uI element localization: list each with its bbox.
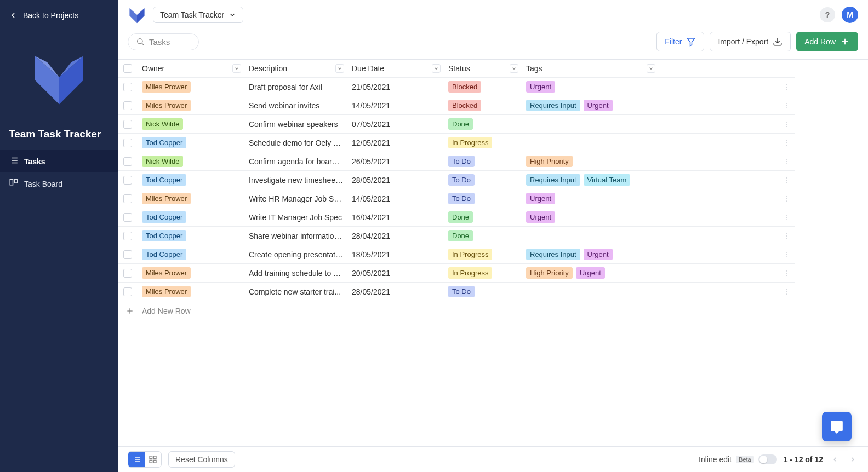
table-row[interactable]: Miles ProwerSend webinar invites14/05/20… xyxy=(118,96,795,115)
row-checkbox[interactable] xyxy=(118,228,138,244)
cell-owner[interactable]: Nick Wilde xyxy=(138,115,244,133)
row-checkbox[interactable] xyxy=(118,117,138,132)
chevron-down-icon[interactable] xyxy=(432,64,441,73)
cell-due-date[interactable]: 07/05/2021 xyxy=(347,117,444,132)
cell-owner[interactable]: Tod Copper xyxy=(138,134,244,152)
row-menu-button[interactable] xyxy=(778,99,795,113)
cell-due-date[interactable]: 20/05/2021 xyxy=(347,266,444,281)
cell-owner[interactable]: Miles Prower xyxy=(138,264,244,282)
search-box[interactable] xyxy=(128,33,199,50)
column-header-owner[interactable]: Owner xyxy=(138,61,244,76)
table-row[interactable]: Tod CopperShare webinar information...28… xyxy=(118,227,795,245)
cell-tags[interactable] xyxy=(522,233,659,239)
table-row[interactable]: Miles ProwerWrite HR Manager Job Spec14/… xyxy=(118,189,795,208)
cell-tags[interactable]: High Priority Urgent xyxy=(522,264,659,282)
column-header-tags[interactable]: Tags xyxy=(522,61,659,76)
add-new-row-line[interactable]: Add New Row xyxy=(118,301,795,321)
cell-description[interactable]: Confirm webinar speakers xyxy=(244,117,347,132)
cell-owner[interactable]: Miles Prower xyxy=(138,78,244,96)
table-row[interactable]: Nick WildeConfirm agenda for board ...26… xyxy=(118,152,795,171)
sidebar-item-tasks[interactable]: Tasks xyxy=(0,150,118,172)
tag-pill[interactable]: Virtual Team xyxy=(584,174,631,186)
chevron-down-icon[interactable] xyxy=(510,64,518,73)
cell-status[interactable]: Done xyxy=(444,208,522,226)
cell-due-date[interactable]: 18/05/2021 xyxy=(347,247,444,262)
cell-status[interactable]: To Do xyxy=(444,283,522,301)
cell-due-date[interactable]: 28/05/2021 xyxy=(347,284,444,300)
cell-description[interactable]: Write HR Manager Job Spec xyxy=(244,191,347,206)
cell-owner[interactable]: Nick Wilde xyxy=(138,152,244,170)
cell-due-date[interactable]: 14/05/2021 xyxy=(347,191,444,206)
chevron-down-icon[interactable] xyxy=(232,64,241,73)
cell-status[interactable]: Done xyxy=(444,115,522,133)
cell-description[interactable]: Draft proposal for Axil xyxy=(244,79,347,95)
cell-due-date[interactable]: 14/05/2021 xyxy=(347,98,444,113)
cell-description[interactable]: Schedule demo for Oely p... xyxy=(244,135,347,151)
table-scroll[interactable]: Owner Description Due Date Status Tags M… xyxy=(118,59,868,446)
cell-status[interactable]: Blocked xyxy=(444,78,522,96)
user-avatar[interactable]: M xyxy=(842,7,858,23)
cell-owner[interactable]: Miles Prower xyxy=(138,189,244,208)
row-checkbox[interactable] xyxy=(118,266,138,281)
cell-description[interactable]: Create opening presentati... xyxy=(244,247,347,262)
tag-pill[interactable]: High Priority xyxy=(526,156,573,167)
cell-due-date[interactable]: 26/05/2021 xyxy=(347,154,444,169)
cell-status[interactable]: In Progress xyxy=(444,134,522,152)
row-checkbox[interactable] xyxy=(118,247,138,262)
row-menu-button[interactable] xyxy=(778,285,795,299)
tag-pill[interactable]: Requires Input xyxy=(526,249,580,260)
cell-status[interactable]: In Progress xyxy=(444,264,522,282)
brand-icon[interactable] xyxy=(128,5,146,24)
table-row[interactable]: Miles ProwerAdd training schedule to c..… xyxy=(118,264,795,283)
chevron-down-icon[interactable] xyxy=(647,64,655,73)
tag-pill[interactable]: Urgent xyxy=(584,100,613,111)
table-row[interactable]: Tod CopperCreate opening presentati...18… xyxy=(118,245,795,264)
cell-description[interactable]: Investigate new timesheet... xyxy=(244,172,347,188)
row-checkbox[interactable] xyxy=(118,98,138,113)
prev-page-button[interactable] xyxy=(830,456,841,463)
chat-fab[interactable] xyxy=(822,412,852,441)
tag-pill[interactable]: Requires Input xyxy=(526,100,580,111)
cell-status[interactable]: To Do xyxy=(444,171,522,189)
cell-description[interactable]: Add training schedule to c... xyxy=(244,266,347,281)
table-row[interactable]: Miles ProwerDraft proposal for Axil21/05… xyxy=(118,78,795,96)
cell-due-date[interactable]: 12/05/2021 xyxy=(347,135,444,151)
cell-tags[interactable] xyxy=(522,289,659,295)
cell-status[interactable]: To Do xyxy=(444,189,522,208)
next-page-button[interactable] xyxy=(847,456,858,463)
table-row[interactable]: Tod CopperWrite IT Manager Job Spec16/04… xyxy=(118,208,795,227)
cell-tags[interactable]: Urgent xyxy=(522,189,659,208)
column-header-status[interactable]: Status xyxy=(444,61,522,76)
column-header-description[interactable]: Description xyxy=(244,61,347,76)
table-row[interactable]: Nick WildeConfirm webinar speakers07/05/… xyxy=(118,115,795,134)
row-checkbox[interactable] xyxy=(118,79,138,95)
cell-owner[interactable]: Tod Copper xyxy=(138,227,244,245)
cell-tags[interactable]: Urgent xyxy=(522,208,659,226)
cell-due-date[interactable]: 21/05/2021 xyxy=(347,79,444,95)
row-menu-button[interactable] xyxy=(778,154,795,169)
cell-owner[interactable]: Tod Copper xyxy=(138,245,244,263)
import-export-button[interactable]: Import / Export xyxy=(710,32,791,51)
cell-description[interactable]: Send webinar invites xyxy=(244,98,347,113)
add-row-button[interactable]: Add Row xyxy=(796,32,858,51)
back-to-projects-link[interactable]: Back to Projects xyxy=(0,5,118,25)
cell-tags[interactable]: High Priority xyxy=(522,152,659,170)
cell-owner[interactable]: Tod Copper xyxy=(138,208,244,226)
cell-description[interactable]: Confirm agenda for board ... xyxy=(244,154,347,169)
cell-description[interactable]: Share webinar information... xyxy=(244,228,347,244)
tag-pill[interactable]: Urgent xyxy=(584,249,613,260)
table-row[interactable]: Miles ProwerComplete new starter trai...… xyxy=(118,283,795,301)
row-checkbox[interactable] xyxy=(118,172,138,188)
tag-pill[interactable]: High Priority xyxy=(526,267,573,279)
cell-owner[interactable]: Tod Copper xyxy=(138,171,244,189)
reset-columns-button[interactable]: Reset Columns xyxy=(168,451,235,468)
project-selector[interactable]: Team Task Tracker xyxy=(153,7,243,23)
tag-pill[interactable]: Urgent xyxy=(576,267,605,279)
cell-tags[interactable] xyxy=(522,121,659,128)
filter-button[interactable]: Filter xyxy=(656,32,704,51)
cell-status[interactable]: Blocked xyxy=(444,96,522,114)
cell-status[interactable]: Done xyxy=(444,227,522,245)
column-header-due-date[interactable]: Due Date xyxy=(347,61,444,76)
inline-edit-toggle[interactable] xyxy=(758,454,777,464)
row-menu-button[interactable] xyxy=(778,117,795,131)
